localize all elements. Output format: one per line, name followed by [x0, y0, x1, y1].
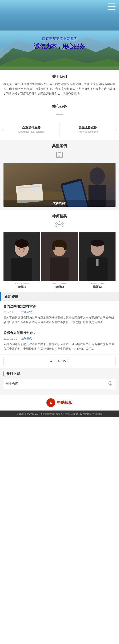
svg-rect-41	[96, 259, 98, 266]
group-icon	[55, 221, 64, 228]
footer-logo-area: A 中助模板	[0, 394, 119, 410]
download-header: 资料下载	[4, 372, 116, 376]
lawyer-label-0: LAWYER NAME	[4, 282, 40, 284]
download-item-0[interactable]: 创业合同	[4, 379, 116, 389]
all-news-button[interactable]: ALL NEWS	[4, 357, 116, 366]
service-en-1: Financial securities	[62, 130, 114, 133]
core-icon	[4, 111, 116, 119]
footer-logo: A 中助模板	[46, 398, 72, 407]
lawyer-portrait-1	[41, 232, 78, 281]
news-section: 新闻资讯 合同违约须知法律常识 2017-11-31 | 法学研究 违约责任是违…	[0, 292, 119, 365]
news-category-1: 法学研究	[21, 337, 32, 340]
cases-caption-text: 成功案例6	[6, 202, 113, 205]
lawyer-name-1: 律师13	[41, 285, 78, 289]
news-meta-0: 2017-11-31 | 法学研究	[4, 310, 116, 314]
svg-point-35	[52, 244, 56, 250]
about-title: 关于我们	[4, 74, 116, 79]
hero-mountains-svg	[0, 30, 119, 70]
lawyer-card-0: LAWYER NAME 律师14	[4, 232, 40, 289]
hero-text-area: 南京市某某路上事务所 诚信为本，用心服务	[0, 37, 119, 50]
svg-rect-27	[11, 258, 32, 281]
hero-section: 南京市某某路上事务所 诚信为本，用心服务	[0, 0, 119, 70]
news-item-1[interactable]: 公积金如何进行封存？ 2017-11-21 | 法学研究 因身份问题离职的公积金…	[0, 328, 119, 354]
arrow-left-icon: ‹	[2, 127, 4, 132]
core-section: 核心业务 ‹ 企业法律服务 Enterprise legal services …	[0, 100, 119, 140]
news-header-title: 新闻资讯	[4, 294, 18, 299]
lawyer-photo-2	[79, 232, 116, 281]
svg-point-20	[90, 168, 105, 185]
news-category-0: 法学研究	[21, 310, 32, 314]
footer-logo-text: 中助模板	[57, 400, 72, 405]
hero-subtitle: 南京市某某路上事务所	[0, 37, 119, 41]
news-date-1: 2017-11-21	[4, 337, 17, 340]
copyright-bar: Copyright © 2002-2017 某某律师事务所 版权所有 沪ICP1…	[0, 410, 119, 417]
svg-point-40	[91, 240, 104, 246]
logo-a-icon: A	[48, 400, 54, 405]
download-icon-0	[108, 381, 113, 387]
svg-point-28	[15, 239, 29, 248]
svg-point-30	[23, 248, 25, 250]
core-service-item-0[interactable]: ‹ 企业法律服务 Enterprise legal services	[4, 122, 60, 136]
core-services-list: ‹ 企业法律服务 Enterprise legal services 金融证券业…	[4, 122, 116, 136]
news-item-0[interactable]: 合同违约须知法律常识 2017-11-31 | 法学研究 违约责任是违反合同的当…	[0, 301, 119, 328]
arrow-right-icon: ›	[115, 127, 117, 132]
svg-rect-5	[56, 113, 63, 117]
copyright-text: Copyright © 2002-2017 某某律师事务所 版权所有 沪ICP1…	[17, 413, 102, 415]
news-header: 新闻资讯	[0, 292, 119, 301]
lawyer-photo-1	[41, 232, 78, 281]
lawyer-name-0: 律师14	[4, 285, 40, 289]
core-service-item-1[interactable]: 金融证券业务 Financial securities ›	[60, 122, 116, 136]
news-title-0: 合同违约须知法律常识	[4, 304, 116, 308]
svg-rect-33	[50, 258, 69, 281]
svg-point-22	[58, 222, 61, 224]
about-body: 我们是一家专业从事企业营销策划、电子商务运营服务的公司，主要业务包含精品网站制作…	[4, 82, 116, 96]
about-section: 关于我们 我们是一家专业从事企业营销策划、电子商务运营服务的公司，主要业务包含精…	[0, 70, 119, 100]
lawyer-portrait-2	[79, 232, 116, 281]
lawyer-portrait-0	[4, 232, 40, 281]
cases-image: 成功案例6	[4, 163, 116, 207]
service-en-0: Enterprise legal services	[5, 130, 58, 133]
lawyer-label-1: LAWYER NAME	[41, 282, 78, 284]
lawyer-section: 律师精英	[0, 210, 119, 292]
news-meta-sep-1: |	[18, 337, 20, 341]
news-excerpt-1: 因身份问题离职的公积金账户由来，住房公积金账户一旦冻结或且又不合当纳户提取住房公…	[4, 342, 116, 351]
news-meta-1: 2017-11-21 | 法学研究	[4, 337, 116, 341]
lawyer-photo-0	[4, 232, 40, 281]
news-title-1: 公积金如何进行封存？	[4, 331, 116, 335]
menu-button[interactable]	[108, 4, 116, 10]
menu-icon-line2	[108, 6, 116, 7]
svg-point-29	[18, 248, 20, 250]
svg-point-24	[62, 222, 64, 224]
cases-title: 典型案例	[4, 144, 116, 148]
cases-icon	[4, 151, 116, 160]
news-date-0: 2017-11-31	[4, 311, 17, 314]
download-name-0: 创业合同	[6, 382, 18, 386]
briefcase-icon	[56, 111, 64, 117]
svg-text:A: A	[49, 401, 52, 405]
news-excerpt-0: 违约责任是违反合同的当事方应承担的法律责任，是指合同当事人一方不履行合同义务或者…	[4, 316, 116, 324]
lawyer-name-2: 律师12	[79, 285, 116, 289]
lawyer-label-2: LAWYER NAME	[79, 282, 116, 284]
svg-rect-4	[0, 66, 119, 70]
footer-logo-circle: A	[46, 398, 55, 407]
cloud-download-icon	[108, 381, 113, 386]
lawyer-card-1: LAWYER NAME 律师13	[41, 232, 78, 289]
download-section: 资料下载 创业合同	[0, 368, 119, 394]
lawyer-card-2: LAWYER NAME 律师12	[79, 232, 116, 289]
menu-icon-line3	[108, 9, 116, 10]
service-name-1: 金融证券业务	[62, 126, 114, 130]
hero-title: 诚信为本，用心服务	[0, 42, 119, 50]
svg-point-23	[55, 222, 58, 224]
cases-section: 典型案例	[0, 140, 119, 210]
service-name-0: 企业法律服务	[5, 126, 58, 130]
lawyer-cards-list: LAWYER NAME 律师14 LAWYER NAME 律师13	[4, 232, 116, 289]
cases-caption-overlay: 成功案例6	[4, 200, 116, 207]
download-header-title: 资料下载	[6, 372, 20, 376]
svg-rect-7	[56, 152, 62, 158]
svg-point-36	[64, 244, 67, 250]
clipboard-icon	[56, 151, 64, 158]
news-meta-sep-0: |	[18, 310, 20, 314]
core-title: 核心业务	[4, 104, 116, 109]
lawyer-title: 律师精英	[4, 214, 116, 219]
lawyer-icon	[4, 221, 116, 229]
